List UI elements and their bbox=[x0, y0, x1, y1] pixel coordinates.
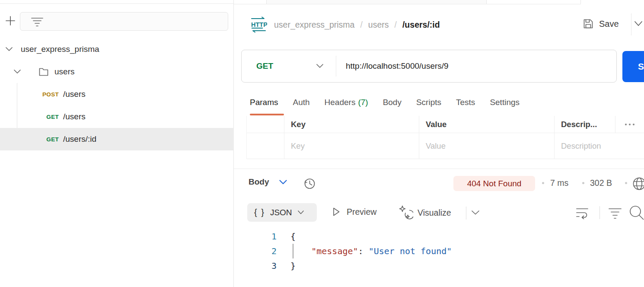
save-icon bbox=[583, 18, 594, 29]
network-globe-icon[interactable] bbox=[632, 176, 644, 191]
tab-label: Settings bbox=[490, 98, 520, 107]
chevron-down-icon[interactable] bbox=[5, 47, 13, 52]
folder-name: users bbox=[54, 67, 74, 77]
sidebar-item-folder[interactable]: users bbox=[0, 64, 74, 80]
send-button[interactable]: S bbox=[622, 51, 644, 82]
tab-scripts[interactable]: Scripts bbox=[416, 98, 441, 107]
request-path-label: /users bbox=[63, 89, 86, 99]
request-path-label: /users bbox=[63, 112, 86, 121]
more-actions-icon[interactable] bbox=[615, 116, 644, 133]
params-table: Key Value Descrip... Key Value Descripti… bbox=[246, 116, 644, 159]
tab-label: Headers bbox=[325, 98, 356, 107]
token-plain: : bbox=[358, 246, 369, 256]
tab-params[interactable]: Params bbox=[250, 98, 278, 107]
tab-headers[interactable]: Headers(7) bbox=[325, 98, 368, 107]
sidebar-request-list: POST/usersGET/usersGET/users/:id bbox=[0, 83, 234, 150]
breadcrumb-separator: / bbox=[360, 20, 362, 30]
divider bbox=[599, 206, 600, 219]
send-label: S bbox=[638, 61, 644, 72]
pane-splitter[interactable] bbox=[234, 169, 644, 169]
params-empty-row: Key Value Description bbox=[247, 133, 644, 159]
sidebar-item-request[interactable]: GET/users/:id bbox=[0, 128, 234, 150]
separator-dot bbox=[625, 182, 627, 184]
row-select-cell[interactable] bbox=[247, 133, 284, 159]
chevron-down-icon bbox=[297, 210, 304, 215]
method-value: GET bbox=[256, 61, 273, 71]
token-brace: } bbox=[290, 261, 296, 271]
tab-label: Tests bbox=[456, 98, 475, 107]
code-text: { bbox=[290, 231, 296, 242]
breadcrumb-item[interactable]: /users/:id bbox=[402, 20, 440, 30]
svg-text:HTTP: HTTP bbox=[251, 21, 267, 28]
preview-play-icon bbox=[332, 207, 341, 217]
tab-label: Params bbox=[250, 98, 278, 107]
value-input[interactable]: Value bbox=[419, 133, 555, 159]
request-method-label: POST bbox=[0, 91, 59, 98]
request-url-bar: GET http://localhost:5000/users/9 bbox=[241, 50, 617, 83]
line-number: 1 bbox=[246, 231, 277, 242]
response-json-viewer[interactable]: 1{2 "message": "User not found"3} bbox=[246, 229, 635, 273]
folder-icon bbox=[38, 67, 49, 77]
sidebar-item-request[interactable]: GET/users bbox=[0, 105, 234, 128]
sidebar: user_express_prisma users POST/usersGET/… bbox=[0, 0, 234, 287]
response-history-icon[interactable] bbox=[303, 177, 316, 191]
request-tabs: ParamsAuthHeaders(7)BodyScriptsTestsSett… bbox=[250, 98, 520, 107]
tab-strip[interactable] bbox=[234, 0, 644, 4]
filter-response-icon[interactable] bbox=[608, 207, 622, 220]
divider bbox=[466, 207, 466, 220]
preview-button[interactable]: Preview bbox=[332, 207, 376, 217]
visualize-button[interactable]: Visualize bbox=[399, 205, 451, 220]
breadcrumb-item[interactable]: users bbox=[368, 20, 389, 30]
tab-body[interactable]: Body bbox=[383, 98, 402, 107]
token-string: "User not found" bbox=[369, 246, 452, 256]
params-header-row: Key Value Descrip... bbox=[247, 116, 644, 133]
tab-auth[interactable]: Auth bbox=[293, 98, 309, 107]
response-body-label: Body bbox=[249, 177, 269, 187]
response-size: 302 B bbox=[590, 178, 612, 188]
preview-label: Preview bbox=[347, 207, 376, 217]
sidebar-top-divider bbox=[0, 3, 234, 4]
curly-braces-icon: { } bbox=[254, 207, 265, 217]
divider bbox=[631, 13, 631, 35]
sidebar-item-collection[interactable]: user_express_prisma bbox=[0, 41, 99, 57]
breadcrumb-item[interactable]: user_express_prisma bbox=[274, 20, 354, 30]
token-key: "message" bbox=[311, 246, 358, 256]
sidebar-item-request[interactable]: POST/users bbox=[0, 83, 234, 105]
save-label: Save bbox=[599, 19, 619, 29]
chevron-down-icon[interactable] bbox=[13, 69, 21, 74]
key-input[interactable]: Key bbox=[284, 133, 419, 159]
save-options-chevron-icon[interactable] bbox=[634, 21, 643, 27]
sidebar-filter-input[interactable] bbox=[20, 12, 228, 31]
select-column-header bbox=[247, 116, 284, 133]
separator-dot bbox=[582, 182, 584, 184]
tab-label: Auth bbox=[293, 98, 309, 107]
response-time: 7 ms bbox=[550, 178, 568, 188]
status-badge: 404 Not Found bbox=[453, 176, 535, 191]
code-text: "message": "User not found" bbox=[290, 246, 452, 256]
tab-tests[interactable]: Tests bbox=[456, 98, 475, 107]
url-input[interactable]: http://localhost:5000/users/9 bbox=[336, 50, 616, 82]
request-path-label: /users/:id bbox=[63, 134, 96, 144]
separator-dot bbox=[542, 182, 544, 184]
chevron-down-icon bbox=[316, 64, 324, 69]
request-method-label: GET bbox=[0, 136, 59, 143]
description-input[interactable]: Description bbox=[555, 133, 644, 159]
tab-settings[interactable]: Settings bbox=[490, 98, 520, 107]
code-line: 1{ bbox=[246, 229, 635, 244]
format-label: JSON bbox=[270, 208, 292, 217]
new-request-button[interactable] bbox=[4, 15, 16, 27]
response-body-dropdown[interactable]: Body bbox=[249, 177, 287, 187]
wrap-text-icon[interactable] bbox=[576, 206, 590, 219]
method-dropdown[interactable]: GET bbox=[242, 50, 336, 82]
save-button[interactable]: Save bbox=[583, 18, 619, 29]
code-indent-guide bbox=[293, 244, 293, 258]
tab-divider bbox=[580, 0, 581, 4]
tab-strip-border bbox=[234, 4, 580, 4]
visualize-options-chevron-icon[interactable] bbox=[471, 210, 480, 216]
tab-count: (7) bbox=[358, 98, 368, 107]
tab-label: Scripts bbox=[416, 98, 441, 107]
response-format-dropdown[interactable]: { } JSON bbox=[247, 203, 317, 222]
search-icon[interactable] bbox=[629, 205, 644, 221]
token-brace: { bbox=[290, 231, 296, 242]
value-column-header: Value bbox=[419, 116, 555, 133]
